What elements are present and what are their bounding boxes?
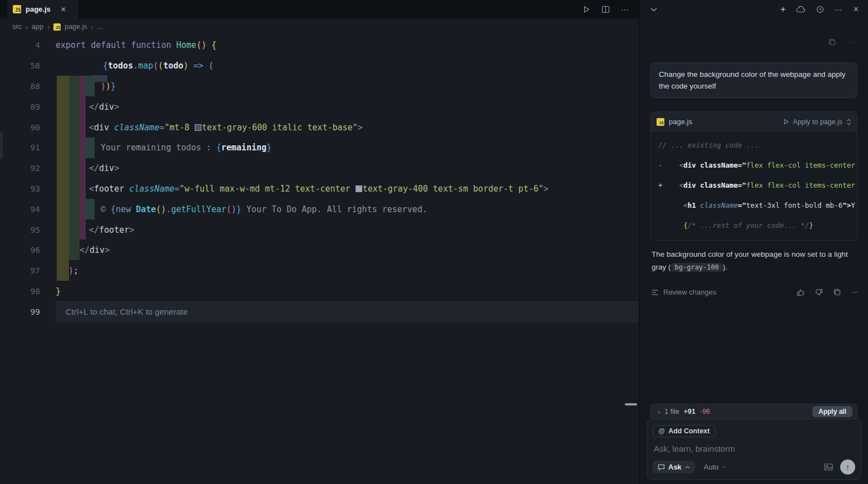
line-content: <footer className="w-full max-w-md mt-12… — [40, 184, 549, 194]
line-number: 91 — [0, 143, 40, 152]
breadcrumb: src › app › JS page.js › ... — [0, 18, 639, 35]
code-line-99[interactable]: 99Ctrl+L to chat, Ctrl+K to generate — [0, 301, 639, 322]
user-message[interactable]: Change the background color of the webpa… — [650, 62, 857, 98]
model-selector[interactable]: Auto — [704, 463, 726, 471]
code-line-93[interactable]: 93<footer className="w-full max-w-md mt-… — [0, 179, 639, 199]
code-line-96[interactable]: 96</div> — [0, 240, 639, 261]
apply-all-button[interactable]: Apply all — [812, 406, 852, 417]
history-icon[interactable] — [816, 6, 824, 13]
code-line-95[interactable]: 95</footer> — [0, 219, 639, 240]
line-content: </div> — [40, 102, 119, 112]
line-number: 94 — [0, 205, 40, 214]
diff-line-0: // ... existing code ... — [651, 135, 857, 155]
new-chat-icon[interactable]: + — [780, 4, 786, 14]
chat-bubble-icon — [658, 464, 665, 471]
changed-files-bar[interactable]: › 1 file +91 -96 Apply all — [650, 404, 857, 419]
line-content: Ctrl+L to chat, Ctrl+K to generate — [40, 307, 188, 317]
inline-hint-text: Ctrl+L to chat, Ctrl+K to generate — [66, 307, 188, 316]
line-number: 4 — [0, 41, 40, 50]
code-line-97[interactable]: 97); — [0, 261, 639, 281]
diff-line-1: - <div className="flex flex-col items-ce… — [651, 155, 857, 175]
composer-dock: › 1 file +91 -96 Apply all @ Add Context… — [647, 404, 861, 480]
line-number: 96 — [0, 246, 40, 255]
javascript-file-icon: JS — [53, 23, 61, 31]
code-line-58[interactable]: 58{todos.map((todo) => ( — [0, 56, 639, 76]
line-content: } — [40, 286, 61, 296]
javascript-file-icon: JS — [657, 118, 664, 126]
line-number: 97 — [0, 266, 40, 275]
message-toolbar: ··· — [828, 38, 854, 46]
close-panel-icon[interactable]: ✕ — [853, 6, 859, 13]
expand-collapse-icon[interactable] — [846, 119, 851, 125]
model-label: Auto — [704, 463, 719, 471]
more-options-icon[interactable]: ··· — [847, 38, 854, 46]
lines-added: +91 — [684, 408, 696, 415]
more-actions-icon[interactable]: ⋯ — [621, 6, 629, 13]
apply-play-icon[interactable] — [783, 119, 789, 125]
cloud-icon[interactable] — [796, 6, 806, 13]
add-context-button[interactable]: @ Add Context — [653, 425, 716, 437]
review-changes-row: Review changes ⋯ — [652, 288, 859, 296]
line-content: ))} — [40, 81, 116, 91]
line-number: 98 — [0, 287, 40, 296]
split-editor-icon[interactable] — [601, 6, 610, 13]
line-content: </div> — [40, 163, 119, 173]
copy-icon[interactable] — [834, 289, 841, 296]
line-content: <div className="mt-8 text-gray-600 itali… — [40, 123, 363, 133]
diff-line-3: <h1 className="text-3xl font-bold mb-6">… — [651, 195, 857, 216]
apply-to-file-button[interactable]: Apply to page.js — [793, 118, 842, 126]
code-lines: 4export default function Home() {58{todo… — [0, 35, 639, 322]
caret-up-icon — [685, 466, 690, 469]
run-icon[interactable] — [583, 6, 590, 13]
chevron-down-icon — [722, 466, 726, 468]
breadcrumb-item-app[interactable]: app — [32, 23, 43, 31]
javascript-file-icon: JS — [13, 5, 21, 13]
breadcrumb-item-file[interactable]: page.js — [65, 23, 87, 31]
code-editor[interactable]: 4export default function Home() {58{todo… — [0, 35, 639, 484]
breadcrumb-item-symbol[interactable]: ... — [97, 23, 103, 31]
more-options-icon[interactable]: ⋯ — [835, 6, 842, 13]
code-line-98[interactable]: 98} — [0, 281, 639, 302]
code-line-90[interactable]: 90<div className="mt-8 text-gray-600 ita… — [0, 117, 639, 138]
add-context-label: Add Context — [668, 427, 709, 435]
codeblock-filename[interactable]: page.js — [669, 118, 692, 126]
code-line-89[interactable]: 89</div> — [0, 96, 639, 117]
line-number: 93 — [0, 184, 40, 193]
more-options-icon[interactable]: ⋯ — [851, 289, 859, 296]
lines-removed: -96 — [700, 408, 710, 415]
attach-image-icon[interactable] — [824, 463, 833, 471]
tab-pagejs[interactable]: JS page.js ✕ — [7, 0, 78, 18]
panel-resize-handle[interactable] — [625, 403, 637, 405]
code-line-92[interactable]: 92</div> — [0, 158, 639, 179]
diff-line-2: + <div className="flex flex-col items-ce… — [651, 175, 857, 195]
thumbs-down-icon[interactable] — [815, 289, 823, 296]
line-number: 92 — [0, 164, 40, 173]
code-line-4[interactable]: 4export default function Home() { — [0, 35, 639, 56]
mode-label: Ask — [668, 463, 682, 471]
chat-input-box[interactable]: @ Add Context Ask, learn, brainstorm Ask… — [647, 419, 861, 480]
code-line-91[interactable]: 91Your remaining todos : {remaining} — [0, 138, 639, 158]
code-line-94[interactable]: 94© {new Date().getFullYear()} Your To D… — [0, 199, 639, 219]
editor-actions: ⋯ — [583, 0, 629, 18]
chat-input-placeholder: Ask, learn, brainstorm — [654, 444, 735, 453]
codeblock-body[interactable]: // ... existing code ...- <div className… — [651, 132, 857, 240]
tab-close-icon[interactable]: ✕ — [61, 6, 66, 13]
line-number: 99 — [0, 307, 40, 316]
line-content: {todos.map((todo) => ( — [40, 61, 214, 71]
code-line-88[interactable]: 88))} — [0, 76, 639, 97]
response-text: ). — [723, 263, 727, 271]
chevron-right-icon[interactable]: › — [658, 408, 660, 415]
breadcrumb-item-src[interactable]: src — [12, 23, 22, 31]
chat-panel-header: + ⋯ ✕ — [639, 0, 868, 18]
review-changes-button[interactable]: Review changes — [663, 288, 716, 296]
send-button[interactable]: ↑ — [840, 459, 855, 475]
line-content: ); — [40, 266, 78, 276]
thumbs-up-icon[interactable] — [797, 289, 805, 296]
copy-icon[interactable] — [828, 38, 836, 46]
chevron-down-icon[interactable] — [650, 7, 657, 12]
line-number: 89 — [0, 102, 40, 111]
assistant-response: The background color of your webpage is … — [652, 248, 859, 274]
line-number: 95 — [0, 226, 40, 234]
line-number: 58 — [0, 61, 40, 70]
mode-selector[interactable]: Ask — [653, 461, 695, 473]
